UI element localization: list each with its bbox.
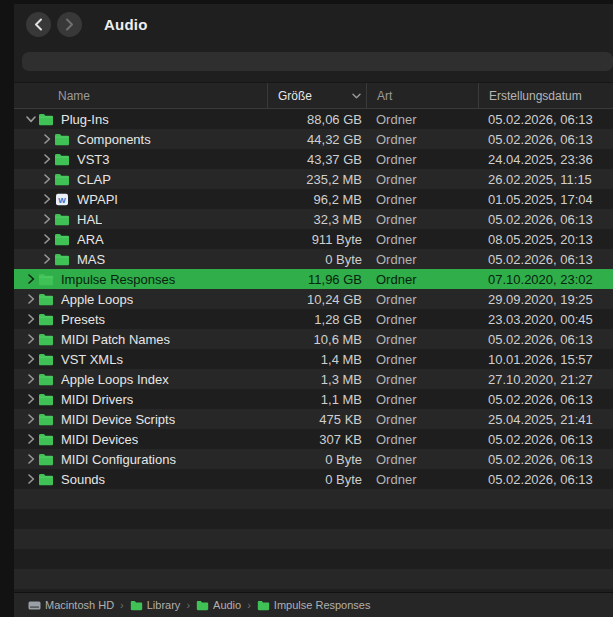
path-separator: ›: [120, 599, 124, 611]
folder-icon: [257, 600, 270, 611]
toolbar-search-field[interactable]: [22, 52, 613, 71]
column-header-name[interactable]: Name: [14, 83, 267, 108]
indent-spacer: [14, 199, 40, 200]
indent-spacer: [14, 359, 24, 360]
disclosure-chevron-icon[interactable]: [24, 314, 38, 324]
file-date: 26.02.2025, 11:15: [478, 172, 613, 187]
disclosure-chevron-icon[interactable]: [24, 414, 38, 424]
folder-icon: [38, 393, 55, 406]
table-row[interactable]: W VST3 43,37 GB Ordner 24.04.2025, 23:36: [14, 149, 613, 169]
file-date: 07.10.2020, 23:02: [478, 272, 613, 287]
indent-spacer: [14, 139, 40, 140]
path-crumb[interactable]: Library: [130, 599, 181, 611]
file-kind: Ordner: [366, 132, 478, 147]
disclosure-chevron-icon[interactable]: [40, 174, 54, 184]
table-row[interactable]: W VST XMLs 1,4 MB Ordner 10.01.2026, 15:…: [14, 349, 613, 369]
disclosure-chevron-icon[interactable]: [40, 234, 54, 244]
table-row[interactable]: W MIDI Devices 307 KB Ordner 05.02.2026,…: [14, 429, 613, 449]
empty-row: [14, 509, 613, 529]
chevron-right-icon: [65, 18, 74, 31]
column-header-date[interactable]: Erstellungsdatum: [478, 83, 613, 108]
forward-button[interactable]: [57, 12, 82, 37]
file-size: 10,6 MB: [267, 332, 366, 347]
disclosure-chevron-icon[interactable]: [24, 334, 38, 344]
file-date: 10.01.2026, 15:57: [478, 352, 613, 367]
disclosure-chevron-icon[interactable]: [24, 114, 38, 124]
name-cell: W Presets: [14, 312, 267, 327]
table-row[interactable]: W HAL 32,3 MB Ordner 05.02.2026, 06:13: [14, 209, 613, 229]
name-cell: W MAS: [14, 252, 267, 267]
table-row[interactable]: W Components 44,32 GB Ordner 05.02.2026,…: [14, 129, 613, 149]
file-size: 1,4 MB: [267, 352, 366, 367]
file-size: 43,37 GB: [267, 152, 366, 167]
folder-icon: [38, 273, 55, 286]
empty-row: [14, 529, 613, 549]
path-crumb[interactable]: Audio: [196, 599, 241, 611]
name-cell: W ARA: [14, 232, 267, 247]
table-row[interactable]: W MIDI Configurations 0 Byte Ordner 05.0…: [14, 449, 613, 469]
column-header-size[interactable]: Größe: [267, 83, 366, 108]
name-cell: W Impulse Responses: [14, 272, 267, 287]
file-date: 24.04.2025, 23:36: [478, 152, 613, 167]
folder-icon: [196, 600, 209, 611]
file-size: 32,3 MB: [267, 212, 366, 227]
file-date: 05.02.2026, 06:13: [478, 212, 613, 227]
file-kind: Ordner: [366, 192, 478, 207]
indent-spacer: [14, 239, 40, 240]
column-label: Name: [58, 89, 90, 103]
file-kind: Ordner: [366, 312, 478, 327]
wpapi-app-icon: W: [54, 193, 71, 206]
disclosure-chevron-icon[interactable]: [24, 474, 38, 484]
table-row[interactable]: W Impulse Responses 11,96 GB Ordner 07.1…: [14, 269, 613, 289]
column-header-kind[interactable]: Art: [366, 83, 478, 108]
folder-icon: [38, 313, 55, 326]
table-row[interactable]: W Sounds 0 Byte Ordner 05.02.2026, 06:13: [14, 469, 613, 489]
disclosure-chevron-icon[interactable]: [40, 254, 54, 264]
file-size: 96,2 MB: [267, 192, 366, 207]
disclosure-chevron-icon[interactable]: [24, 434, 38, 444]
file-date: 27.10.2020, 21:27: [478, 372, 613, 387]
chevron-left-icon: [34, 18, 43, 31]
disclosure-chevron-icon[interactable]: [40, 154, 54, 164]
table-row[interactable]: W WPAPI 96,2 MB Ordner 01.05.2025, 17:04: [14, 189, 613, 209]
file-size: 1,3 MB: [267, 372, 366, 387]
table-row[interactable]: W Apple Loops 10,24 GB Ordner 29.09.2020…: [14, 289, 613, 309]
disclosure-chevron-icon[interactable]: [24, 294, 38, 304]
table-row[interactable]: W MIDI Device Scripts 475 KB Ordner 25.0…: [14, 409, 613, 429]
file-size: 0 Byte: [267, 472, 366, 487]
indent-spacer: [14, 379, 24, 380]
folder-icon: [38, 413, 55, 426]
path-crumb-label: Impulse Responses: [274, 599, 371, 611]
disclosure-chevron-icon[interactable]: [40, 134, 54, 144]
table-row[interactable]: W MIDI Patch Names 10,6 MB Ordner 05.02.…: [14, 329, 613, 349]
file-date: 23.03.2020, 00:45: [478, 312, 613, 327]
file-date: 05.02.2026, 06:13: [478, 252, 613, 267]
file-size: 11,96 GB: [267, 272, 366, 287]
indent-spacer: [14, 259, 40, 260]
indent-spacer: [14, 439, 24, 440]
folder-icon: [38, 373, 55, 386]
file-size: 44,32 GB: [267, 132, 366, 147]
folder-icon: [54, 133, 71, 146]
path-crumb[interactable]: Macintosh HD: [28, 599, 114, 611]
disclosure-chevron-icon[interactable]: [40, 194, 54, 204]
table-row[interactable]: W MIDI Drivers 1,1 MB Ordner 05.02.2026,…: [14, 389, 613, 409]
name-cell: W Sounds: [14, 472, 267, 487]
disclosure-chevron-icon[interactable]: [40, 214, 54, 224]
indent-spacer: [14, 459, 24, 460]
table-row[interactable]: W ARA 911 Byte Ordner 08.05.2025, 20:13: [14, 229, 613, 249]
path-crumb[interactable]: Impulse Responses: [257, 599, 371, 611]
disclosure-chevron-icon[interactable]: [24, 454, 38, 464]
table-row[interactable]: W CLAP 235,2 MB Ordner 26.02.2025, 11:15: [14, 169, 613, 189]
back-button[interactable]: [26, 12, 51, 37]
table-row[interactable]: W Plug-Ins 88,06 GB Ordner 05.02.2026, 0…: [14, 109, 613, 129]
disclosure-chevron-icon[interactable]: [24, 274, 38, 284]
file-size: 1,1 MB: [267, 392, 366, 407]
file-name: Sounds: [61, 472, 105, 487]
table-row[interactable]: W Apple Loops Index 1,3 MB Ordner 27.10.…: [14, 369, 613, 389]
table-row[interactable]: W MAS 0 Byte Ordner 05.02.2026, 06:13: [14, 249, 613, 269]
disclosure-chevron-icon[interactable]: [24, 354, 38, 364]
disclosure-chevron-icon[interactable]: [24, 394, 38, 404]
disclosure-chevron-icon[interactable]: [24, 374, 38, 384]
table-row[interactable]: W Presets 1,28 GB Ordner 23.03.2020, 00:…: [14, 309, 613, 329]
